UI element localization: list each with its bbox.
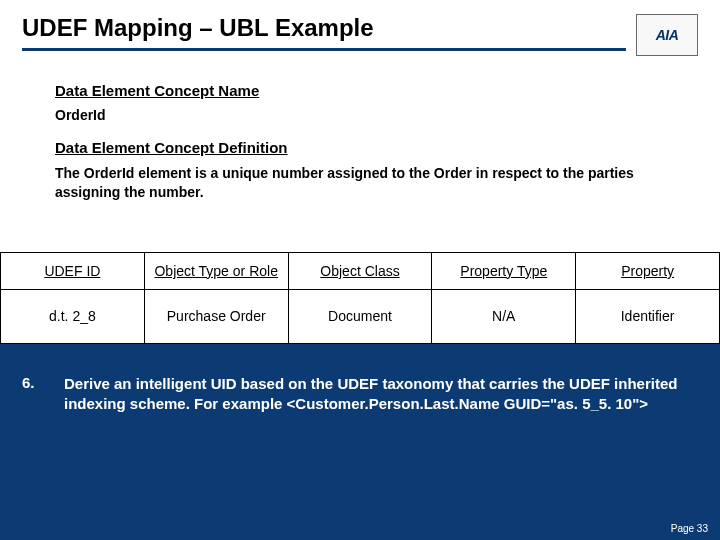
title-wrap: UDEF Mapping – UBL Example xyxy=(22,14,626,51)
td-object-type: Purchase Order xyxy=(144,289,288,343)
decn-value: OrderId xyxy=(55,107,686,123)
aia-logo: AIA xyxy=(636,14,698,56)
table-wrapper: UDEF ID Object Type or Role Object Class… xyxy=(0,212,720,344)
td-object-class: Document xyxy=(288,289,432,343)
th-property-type: Property Type xyxy=(432,252,576,289)
decd-label: Data Element Concept Definition xyxy=(55,139,686,156)
step-number: 6. xyxy=(22,374,50,415)
td-property-type: N/A xyxy=(432,289,576,343)
page-number: Page 33 xyxy=(671,523,708,534)
slide-title: UDEF Mapping – UBL Example xyxy=(22,14,626,51)
th-property: Property xyxy=(576,252,720,289)
step-block: 6. Derive an intelligent UID based on th… xyxy=(0,344,720,425)
content-block: Data Element Concept Name OrderId Data E… xyxy=(0,64,720,212)
slide-header: UDEF Mapping – UBL Example AIA xyxy=(0,0,720,64)
logo-text: AIA xyxy=(656,27,679,43)
decn-label: Data Element Concept Name xyxy=(55,82,686,99)
td-udef-id: d.t. 2_8 xyxy=(1,289,145,343)
td-property: Identifier xyxy=(576,289,720,343)
th-object-class: Object Class xyxy=(288,252,432,289)
step-text: Derive an intelligent UID based on the U… xyxy=(64,374,686,415)
udef-table: UDEF ID Object Type or Role Object Class… xyxy=(0,252,720,344)
th-object-type: Object Type or Role xyxy=(144,252,288,289)
th-udef-id: UDEF ID xyxy=(1,252,145,289)
table-row: d.t. 2_8 Purchase Order Document N/A Ide… xyxy=(1,289,720,343)
table-header-row: UDEF ID Object Type or Role Object Class… xyxy=(1,252,720,289)
decd-value: The OrderId element is a unique number a… xyxy=(55,164,686,202)
